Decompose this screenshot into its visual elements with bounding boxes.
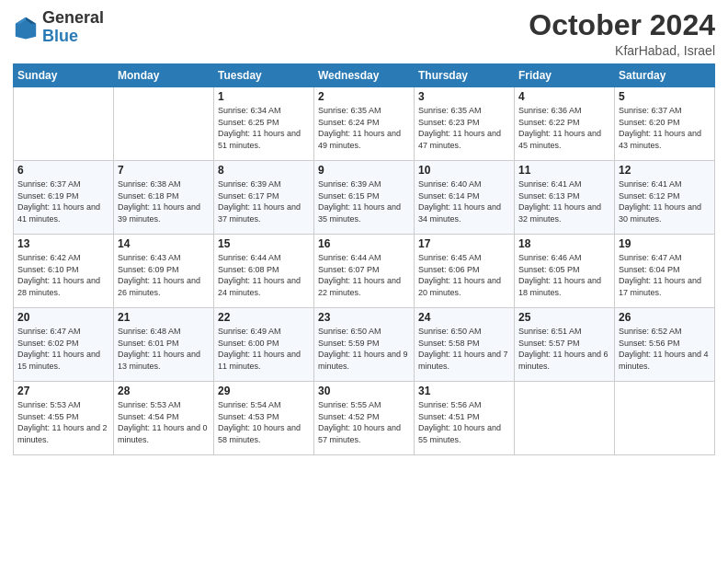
logo: General Blue (13, 9, 104, 46)
day-info: Sunrise: 6:49 AMSunset: 6:00 PMDaylight:… (218, 326, 310, 372)
day-cell: 9Sunrise: 6:39 AMSunset: 6:15 PMDaylight… (314, 161, 415, 235)
weekday-header-tuesday: Tuesday (214, 64, 314, 87)
day-cell (14, 87, 114, 161)
week-row-3: 13Sunrise: 6:42 AMSunset: 6:10 PMDayligh… (14, 235, 715, 308)
day-cell (515, 382, 615, 455)
week-row-4: 20Sunrise: 6:47 AMSunset: 6:02 PMDayligh… (14, 308, 715, 382)
weekday-header-wednesday: Wednesday (314, 64, 415, 87)
day-cell: 30Sunrise: 5:55 AMSunset: 4:52 PMDayligh… (314, 382, 415, 455)
day-cell: 25Sunrise: 6:51 AMSunset: 5:57 PMDayligh… (515, 308, 615, 382)
day-number: 15 (218, 237, 310, 250)
day-number: 21 (118, 311, 210, 324)
weekday-header-thursday: Thursday (415, 64, 515, 87)
day-info: Sunrise: 6:40 AMSunset: 6:14 PMDaylight:… (418, 178, 510, 224)
weekday-header-monday: Monday (114, 64, 214, 87)
day-info: Sunrise: 6:35 AMSunset: 6:23 PMDaylight:… (418, 105, 510, 151)
day-number: 29 (218, 385, 310, 397)
day-cell: 27Sunrise: 5:53 AMSunset: 4:55 PMDayligh… (14, 382, 114, 455)
day-cell (114, 87, 214, 161)
day-info: Sunrise: 6:43 AMSunset: 6:09 PMDaylight:… (118, 252, 210, 298)
day-number: 18 (518, 237, 610, 250)
day-cell: 11Sunrise: 6:41 AMSunset: 6:13 PMDayligh… (515, 161, 615, 235)
day-cell: 13Sunrise: 6:42 AMSunset: 6:10 PMDayligh… (14, 235, 114, 308)
day-number: 30 (318, 385, 410, 397)
day-info: Sunrise: 6:50 AMSunset: 5:59 PMDaylight:… (318, 326, 410, 372)
day-info: Sunrise: 6:47 AMSunset: 6:04 PMDaylight:… (619, 252, 711, 298)
day-number: 22 (218, 311, 310, 324)
day-cell: 22Sunrise: 6:49 AMSunset: 6:00 PMDayligh… (214, 308, 314, 382)
day-cell: 3Sunrise: 6:35 AMSunset: 6:23 PMDaylight… (415, 87, 515, 161)
day-info: Sunrise: 5:55 AMSunset: 4:52 PMDaylight:… (318, 399, 410, 445)
day-info: Sunrise: 6:47 AMSunset: 6:02 PMDaylight:… (17, 326, 109, 372)
day-info: Sunrise: 6:50 AMSunset: 5:58 PMDaylight:… (418, 326, 510, 372)
day-number: 20 (17, 311, 109, 324)
day-info: Sunrise: 6:51 AMSunset: 5:57 PMDaylight:… (518, 326, 610, 372)
day-cell: 19Sunrise: 6:47 AMSunset: 6:04 PMDayligh… (615, 235, 715, 308)
day-number: 13 (17, 237, 109, 250)
logo-general-text: General (42, 8, 104, 27)
page: General Blue October 2024 KfarHabad, Isr… (0, 0, 728, 563)
day-info: Sunrise: 6:48 AMSunset: 6:01 PMDaylight:… (118, 326, 210, 372)
calendar-title: October 2024 (529, 9, 715, 41)
day-number: 9 (318, 164, 410, 177)
day-info: Sunrise: 6:45 AMSunset: 6:06 PMDaylight:… (418, 252, 510, 298)
day-number: 5 (619, 90, 711, 103)
day-number: 12 (619, 164, 711, 177)
day-info: Sunrise: 6:41 AMSunset: 6:12 PMDaylight:… (619, 178, 711, 224)
day-cell: 14Sunrise: 6:43 AMSunset: 6:09 PMDayligh… (114, 235, 214, 308)
header: General Blue October 2024 KfarHabad, Isr… (13, 9, 715, 58)
day-number: 17 (418, 237, 510, 250)
day-number: 2 (318, 90, 410, 103)
day-info: Sunrise: 6:36 AMSunset: 6:22 PMDaylight:… (518, 105, 610, 151)
week-row-1: 1Sunrise: 6:34 AMSunset: 6:25 PMDaylight… (14, 87, 715, 161)
day-info: Sunrise: 6:46 AMSunset: 6:05 PMDaylight:… (518, 252, 610, 298)
day-number: 1 (218, 90, 310, 103)
day-number: 19 (619, 237, 711, 250)
day-number: 6 (17, 164, 109, 177)
day-number: 3 (418, 90, 510, 103)
day-info: Sunrise: 5:53 AMSunset: 4:54 PMDaylight:… (118, 399, 210, 445)
day-number: 25 (518, 311, 610, 324)
day-cell: 26Sunrise: 6:52 AMSunset: 5:56 PMDayligh… (615, 308, 715, 382)
day-number: 24 (418, 311, 510, 324)
logo-text: General Blue (42, 9, 104, 46)
day-cell: 8Sunrise: 6:39 AMSunset: 6:17 PMDaylight… (214, 161, 314, 235)
weekday-header-saturday: Saturday (615, 64, 715, 87)
day-number: 16 (318, 237, 410, 250)
day-cell: 6Sunrise: 6:37 AMSunset: 6:19 PMDaylight… (14, 161, 114, 235)
day-cell: 4Sunrise: 6:36 AMSunset: 6:22 PMDaylight… (515, 87, 615, 161)
day-cell (615, 382, 715, 455)
day-cell: 1Sunrise: 6:34 AMSunset: 6:25 PMDaylight… (214, 87, 314, 161)
day-info: Sunrise: 6:38 AMSunset: 6:18 PMDaylight:… (118, 178, 210, 224)
day-number: 23 (318, 311, 410, 324)
day-cell: 29Sunrise: 5:54 AMSunset: 4:53 PMDayligh… (214, 382, 314, 455)
day-info: Sunrise: 6:37 AMSunset: 6:20 PMDaylight:… (619, 105, 711, 151)
day-cell: 10Sunrise: 6:40 AMSunset: 6:14 PMDayligh… (415, 161, 515, 235)
day-info: Sunrise: 6:37 AMSunset: 6:19 PMDaylight:… (17, 178, 109, 224)
day-info: Sunrise: 6:35 AMSunset: 6:24 PMDaylight:… (318, 105, 410, 151)
day-info: Sunrise: 6:39 AMSunset: 6:17 PMDaylight:… (218, 178, 310, 224)
day-number: 4 (518, 90, 610, 103)
week-row-5: 27Sunrise: 5:53 AMSunset: 4:55 PMDayligh… (14, 382, 715, 455)
day-info: Sunrise: 6:42 AMSunset: 6:10 PMDaylight:… (17, 252, 109, 298)
weekday-header-friday: Friday (515, 64, 615, 87)
day-number: 28 (118, 385, 210, 397)
day-number: 8 (218, 164, 310, 177)
day-number: 27 (17, 385, 109, 397)
day-cell: 2Sunrise: 6:35 AMSunset: 6:24 PMDaylight… (314, 87, 415, 161)
day-number: 11 (518, 164, 610, 177)
day-number: 31 (418, 385, 510, 397)
day-number: 7 (118, 164, 210, 177)
weekday-header-row: SundayMondayTuesdayWednesdayThursdayFrid… (14, 64, 715, 87)
day-cell: 28Sunrise: 5:53 AMSunset: 4:54 PMDayligh… (114, 382, 214, 455)
svg-marker-0 (16, 17, 36, 40)
day-number: 10 (418, 164, 510, 177)
logo-icon (13, 15, 39, 40)
day-cell: 23Sunrise: 6:50 AMSunset: 5:59 PMDayligh… (314, 308, 415, 382)
day-number: 26 (619, 311, 711, 324)
day-info: Sunrise: 6:44 AMSunset: 6:08 PMDaylight:… (218, 252, 310, 298)
day-info: Sunrise: 6:34 AMSunset: 6:25 PMDaylight:… (218, 105, 310, 151)
day-cell: 7Sunrise: 6:38 AMSunset: 6:18 PMDaylight… (114, 161, 214, 235)
day-info: Sunrise: 5:53 AMSunset: 4:55 PMDaylight:… (17, 399, 109, 445)
day-cell: 16Sunrise: 6:44 AMSunset: 6:07 PMDayligh… (314, 235, 415, 308)
